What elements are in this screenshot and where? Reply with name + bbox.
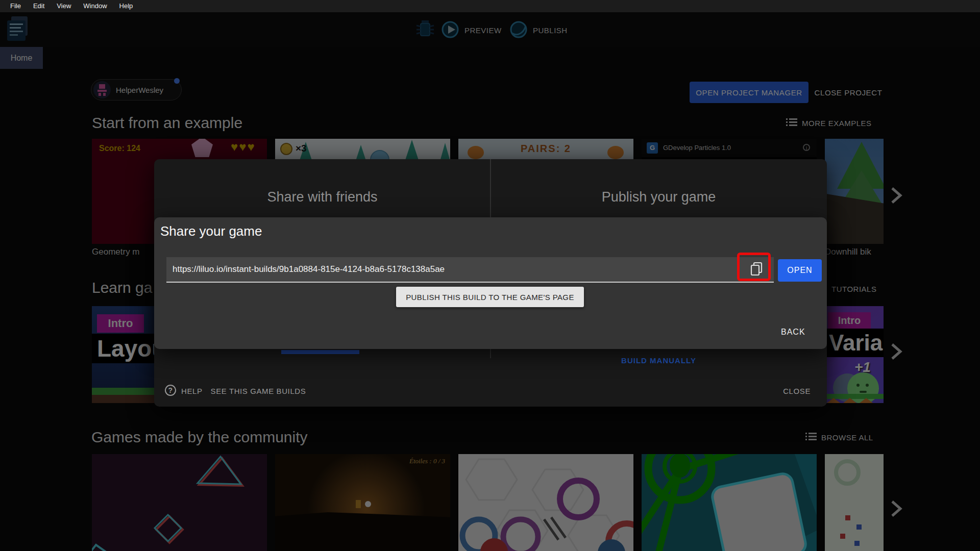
see-builds-button[interactable]: SEE THIS GAME BUILDS	[211, 387, 306, 395]
dialog-actions-row: ? HELP SEE THIS GAME BUILDS CLOSE	[154, 383, 827, 399]
help-icon[interactable]: ?	[164, 384, 177, 398]
menu-edit[interactable]: Edit	[27, 0, 51, 12]
help-button[interactable]: HELP	[181, 387, 203, 395]
back-button[interactable]: BACK	[781, 328, 805, 337]
menu-window[interactable]: Window	[77, 0, 113, 12]
app-window: File Edit View Window Help	[0, 0, 980, 551]
menu-bar: File Edit View Window Help	[0, 0, 980, 12]
share-your-game-panel: Share your game https://liluo.io/instant…	[154, 217, 827, 349]
game-url-value: https://liluo.io/instant-builds/9b1a0884…	[173, 257, 445, 282]
close-dialog-button[interactable]: CLOSE	[783, 387, 811, 395]
menu-view[interactable]: View	[51, 0, 77, 12]
menu-help[interactable]: Help	[113, 0, 139, 12]
tab-share-with-friends[interactable]: Share with friends	[154, 159, 491, 217]
svg-text:?: ?	[168, 386, 173, 394]
active-tab-indicator	[281, 350, 359, 354]
game-url-field[interactable]: https://liluo.io/instant-builds/9b1a0884…	[166, 257, 774, 283]
open-url-button[interactable]: OPEN	[778, 259, 822, 282]
share-panel-title: Share your game	[160, 223, 262, 239]
build-manually-button[interactable]: BUILD MANUALLY	[491, 356, 827, 365]
publish-build-button[interactable]: PUBLISH THIS BUILD TO THE GAME'S PAGE	[396, 287, 584, 307]
annotation-highlight-box	[737, 253, 771, 281]
tab-publish-your-game[interactable]: Publish your game	[491, 159, 827, 217]
menu-file[interactable]: File	[4, 0, 27, 12]
